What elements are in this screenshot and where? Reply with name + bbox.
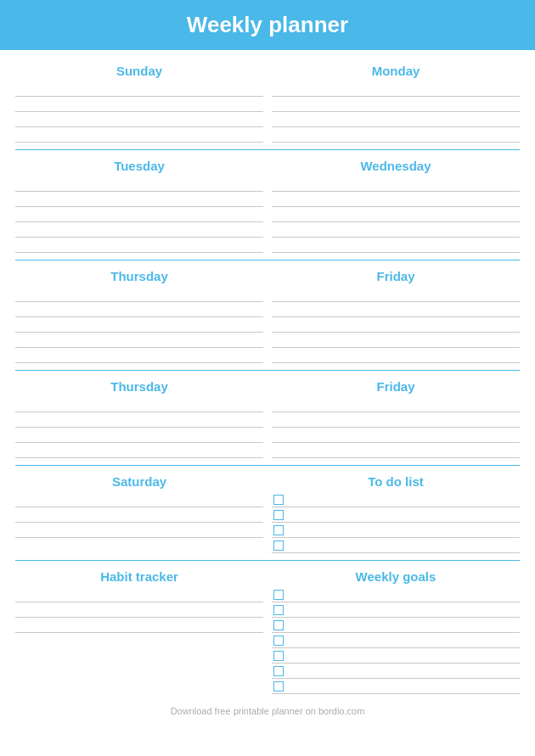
weekly-goals-section: Weekly goals [272,564,520,697]
friday2-label: Friday [272,379,520,394]
saturday-section: Saturday [15,469,263,557]
footer-text: Download free printable planner on bordi… [171,706,365,716]
goal-item [272,618,520,633]
goal-item [272,664,520,679]
goal-item [272,679,520,694]
thursday-label: Thursday [15,269,263,283]
thursday-lines [15,287,263,363]
checkbox-icon[interactable] [273,540,284,551]
wednesday-lines [272,176,520,253]
todo-item [272,538,520,553]
wednesday-label: Wednesday [272,159,520,173]
checkbox-icon[interactable] [273,510,284,520]
habit-tracker-section: Habit tracker [15,564,263,697]
tuesday-lines [15,176,263,253]
sunday-label: Sunday [15,64,263,78]
friday-label: Friday [272,269,520,283]
wednesday-section: Wednesday [272,154,520,256]
goal-item [272,648,520,664]
friday-section: Friday [272,264,520,367]
tuesday-section: Tuesday [15,154,263,256]
todo-checkboxes [272,492,520,553]
thursday2-lines [15,397,263,458]
habit-lines [15,587,263,633]
checkbox-icon[interactable] [273,681,284,692]
friday2-lines [272,397,520,458]
thursday-section: Thursday [15,264,263,367]
checkbox-icon[interactable] [273,620,284,630]
friday-lines [272,287,520,363]
goals-checkboxes [272,587,520,694]
checkbox-icon[interactable] [273,651,284,661]
header: Weekly planner [0,0,535,50]
weekly-goals-label: Weekly goals [272,569,520,584]
todo-section: To do list [272,469,520,557]
thursday2-section: Thursday [15,374,263,462]
todo-label: To do list [272,474,520,489]
checkbox-icon[interactable] [273,590,284,600]
monday-label: Monday [272,64,520,78]
tuesday-label: Tuesday [15,159,263,173]
todo-item [272,507,520,523]
friday2-section: Friday [272,374,520,462]
goal-item [272,602,520,618]
todo-item [272,492,520,507]
sunday-section: Sunday [15,59,263,146]
habit-tracker-label: Habit tracker [15,569,263,584]
sunday-lines [15,81,263,143]
footer: Download free printable planner on bordi… [15,697,520,721]
monday-section: Monday [272,59,520,146]
todo-item [272,523,520,538]
checkbox-icon[interactable] [273,666,284,676]
goal-item [272,633,520,648]
checkbox-icon[interactable] [273,605,284,615]
thursday2-label: Thursday [15,379,263,394]
page-title: Weekly planner [187,12,348,37]
checkbox-icon[interactable] [273,525,284,535]
checkbox-icon[interactable] [273,636,284,646]
goal-item [272,587,520,602]
saturday-lines [15,492,263,538]
saturday-label: Saturday [15,474,263,489]
checkbox-icon[interactable] [273,495,284,505]
monday-lines [272,81,520,143]
